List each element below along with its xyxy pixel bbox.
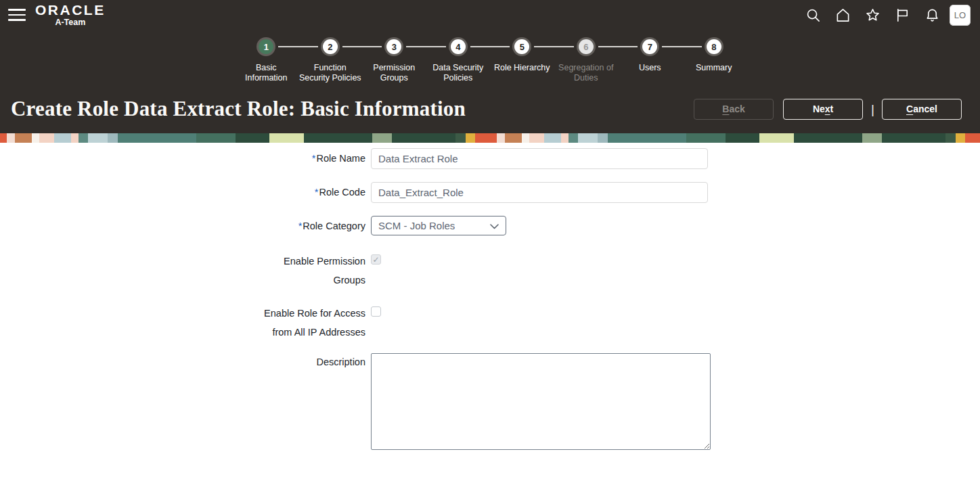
wizard-step-function-security-policies[interactable]: 2 Function Security Policies <box>298 37 363 83</box>
role-code-input[interactable] <box>371 182 708 203</box>
step-connector <box>534 46 574 47</box>
enable-permission-groups-checkbox[interactable]: ✓ <box>371 254 381 265</box>
wizard-steps: 1 Basic Information 2 Function Security … <box>0 30 980 87</box>
description-label: Description <box>0 353 371 369</box>
user-avatar[interactable]: LO <box>950 5 971 26</box>
enable-ip-access-row: Enable Role for Access from All IP Addre… <box>0 304 980 342</box>
hamburger-menu-icon[interactable] <box>8 9 26 21</box>
topbar-icons <box>805 7 940 23</box>
oracle-logo: ORACLE A-Team <box>35 3 106 27</box>
wizard-step-data-security-policies[interactable]: 4 Data Security Policies <box>426 37 491 83</box>
required-asterisk: * <box>315 187 319 198</box>
enable-permission-groups-row: Enable Permission Groups ✓ <box>0 252 980 290</box>
role-code-label: *Role Code <box>0 182 371 203</box>
role-category-label: *Role Category <box>0 216 371 237</box>
enable-permission-groups-label: Enable Permission Groups <box>0 252 371 290</box>
basic-information-form: *Role Name *Role Code *Role Category SCM… <box>0 143 980 450</box>
step-circle[interactable]: 3 <box>386 39 401 54</box>
description-row: Description <box>0 353 980 450</box>
step-connector <box>406 46 446 47</box>
step-connector <box>598 46 638 47</box>
step-connector <box>662 46 702 47</box>
required-asterisk: * <box>298 221 303 231</box>
step-label: Function Security Policies <box>298 63 362 83</box>
header-actions: Back Next | Cancel <box>694 99 962 120</box>
app-header: ORACLE A-Team LO 1 Ba <box>0 0 980 133</box>
step-connector <box>470 46 510 47</box>
flag-icon[interactable] <box>895 7 910 23</box>
step-connector <box>278 46 318 47</box>
favorites-icon[interactable] <box>865 7 881 23</box>
step-circle[interactable]: 1 <box>259 39 273 54</box>
step-label: Basic Information <box>234 63 298 83</box>
step-circle[interactable]: 7 <box>642 39 657 54</box>
step-circle[interactable]: 4 <box>451 39 466 54</box>
step-circle[interactable]: 8 <box>707 39 721 54</box>
step-circle: 6 <box>579 39 594 54</box>
home-icon[interactable] <box>835 7 851 23</box>
chevron-down-icon <box>490 224 499 229</box>
search-icon[interactable] <box>805 7 821 23</box>
brand-subtitle: A-Team <box>55 18 85 27</box>
enable-ip-access-label: Enable Role for Access from All IP Addre… <box>0 304 371 342</box>
wizard-step-basic-information[interactable]: 1 Basic Information <box>234 37 298 83</box>
step-circle[interactable]: 2 <box>323 39 338 54</box>
enable-ip-access-checkbox[interactable] <box>371 306 381 317</box>
role-category-row: *Role Category SCM - Job Roles <box>0 216 980 237</box>
wizard-step-segregation-of-duties: 6 Segregation of Duties <box>554 37 619 83</box>
step-label: Segregation of Duties <box>554 63 618 83</box>
decorative-banner <box>0 133 980 143</box>
role-name-row: *Role Name <box>0 148 980 169</box>
title-bar: Create Role Data Extract Role: Basic Inf… <box>0 87 980 133</box>
button-separator: | <box>871 103 874 116</box>
step-label: Role Hierarchy <box>494 63 550 73</box>
role-name-input[interactable] <box>371 148 708 169</box>
step-label: Users <box>639 63 661 73</box>
next-button[interactable]: Next <box>783 99 863 120</box>
page-title: Create Role Data Extract Role: Basic Inf… <box>11 97 466 121</box>
description-textarea[interactable] <box>371 353 711 450</box>
wizard-step-summary[interactable]: 8 Summary <box>682 37 747 83</box>
step-connector <box>342 46 382 47</box>
step-label: Data Security Policies <box>426 63 490 83</box>
top-bar: ORACLE A-Team LO <box>0 0 980 30</box>
wizard-step-users[interactable]: 7 Users <box>618 37 682 83</box>
checkmark-icon: ✓ <box>372 256 379 264</box>
role-category-select[interactable]: SCM - Job Roles <box>371 216 506 235</box>
step-label: Permission Groups <box>362 63 426 83</box>
required-asterisk: * <box>312 153 316 164</box>
notifications-icon[interactable] <box>925 7 940 23</box>
cancel-button[interactable]: Cancel <box>882 99 962 120</box>
wizard-step-permission-groups[interactable]: 3 Permission Groups <box>362 37 426 83</box>
step-label: Summary <box>696 63 732 73</box>
role-code-row: *Role Code <box>0 182 980 203</box>
wizard-step-role-hierarchy[interactable]: 5 Role Hierarchy <box>490 37 554 83</box>
brand-name: ORACLE <box>35 3 106 17</box>
role-name-label: *Role Name <box>0 148 371 169</box>
step-circle[interactable]: 5 <box>514 39 529 54</box>
back-button[interactable]: Back <box>694 99 774 120</box>
selected-option: SCM - Job Roles <box>378 220 455 231</box>
